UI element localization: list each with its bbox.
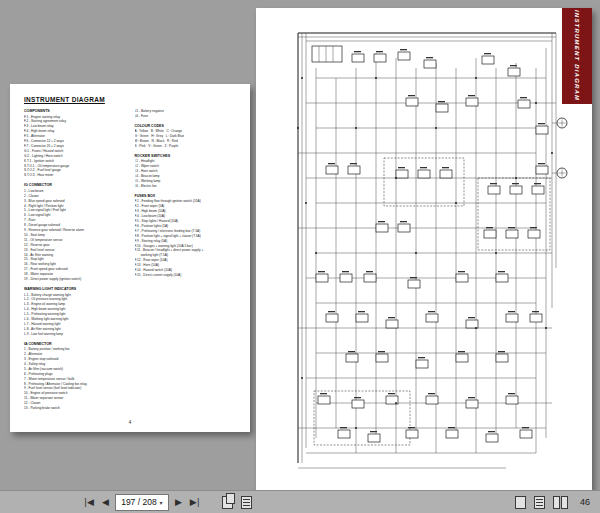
legend-section: IA CONNECTOR1 - Battery position / worki… (24, 342, 126, 411)
legend-section: COMPONENTSF.1 - Engine starting relayF.2… (24, 109, 126, 178)
continuous-pages-icon[interactable] (534, 496, 545, 509)
legend-item: 19 - Direct power supply (ignition switc… (24, 277, 126, 282)
zoom-level[interactable]: 46 (580, 497, 590, 507)
legend-item: S.T.O.3 - Hour meter (24, 173, 126, 178)
pdf-viewer-window: INSTRUMENT DIAGRAM COMPONENTSF.1 - Engin… (0, 0, 600, 513)
side-tab-label: INSTRUMENT DIAGRAM (574, 10, 580, 101)
legend-section: L5 - Battery negativeL6 - Fuse (135, 109, 237, 119)
page-number: 4 (129, 420, 132, 425)
section-heading: COLOUR CODES (135, 124, 237, 128)
document-page-left: INSTRUMENT DIAGRAM COMPONENTSF.1 - Engin… (10, 84, 250, 432)
section-heading: IA CONNECTOR (24, 342, 126, 346)
legend-column-right: L5 - Battery negativeL6 - FuseCOLOUR COD… (135, 109, 237, 416)
legend-columns: COMPONENTSF.1 - Engine starting relayF.2… (24, 109, 236, 416)
legend-item: F.15 - Direct current supply (10A) (135, 273, 237, 278)
side-tab: INSTRUMENT DIAGRAM (562, 8, 592, 104)
legend-item: S : Pink V : Green Z : Purple (135, 144, 237, 149)
document-page-right: INSTRUMENT DIAGRAM (256, 8, 592, 490)
next-page-button[interactable]: ▶ (171, 491, 186, 513)
single-page-icon[interactable] (515, 496, 526, 509)
legend-column-left: COMPONENTSF.1 - Engine starting relayF.2… (24, 109, 126, 416)
first-page-button[interactable]: |◀ (80, 491, 98, 513)
page-number-box[interactable]: 197 / 208 ▾ (115, 494, 169, 511)
previous-page-button[interactable]: ◀ (98, 491, 113, 513)
facing-pages-icon[interactable] (553, 496, 568, 509)
wiring-diagram (256, 8, 592, 490)
page-number-value: 197 / 208 (121, 497, 156, 507)
section-heading: FUSES BOX (135, 194, 237, 198)
legend-section: COLOUR CODESA : Yellow B : White C : Ora… (135, 124, 237, 149)
section-heading: WARNING LIGHT INDICATORS (24, 287, 126, 291)
snapshot-icon[interactable] (241, 496, 252, 509)
legend-section: FUSES BOXF.1 - Feeding flow through igni… (135, 194, 237, 278)
copy-icon[interactable] (222, 496, 233, 509)
viewer-toolbar: |◀ ◀ 197 / 208 ▾ ▶ ▶| 46 (0, 490, 600, 513)
section-heading: IG CONNECTOR (24, 183, 126, 187)
section-heading: ROCKER SWITCHES (135, 154, 237, 158)
page-select-arrow-icon[interactable]: ▾ (160, 499, 163, 506)
last-page-button[interactable]: ▶| (186, 491, 204, 513)
page-title: INSTRUMENT DIAGRAM (24, 96, 236, 103)
legend-section: ROCKER SWITCHESI.1 - HeadlightI.2 - Wipe… (135, 154, 237, 189)
section-heading: COMPONENTS (24, 109, 126, 113)
legend-item: L6 - Fuse (135, 114, 237, 119)
legend-item: 13 - Parking brake switch (24, 406, 126, 411)
legend-section: WARNING LIGHT INDICATORSL.1 - Battery ch… (24, 287, 126, 337)
legend-item: I.6 - Electric fan (135, 184, 237, 189)
legend-item: L.9 - Low fuel warning lamp (24, 332, 126, 337)
legend-section: IG CONNECTOR1 - Low beam2 - Claxon3 - Bl… (24, 183, 126, 282)
